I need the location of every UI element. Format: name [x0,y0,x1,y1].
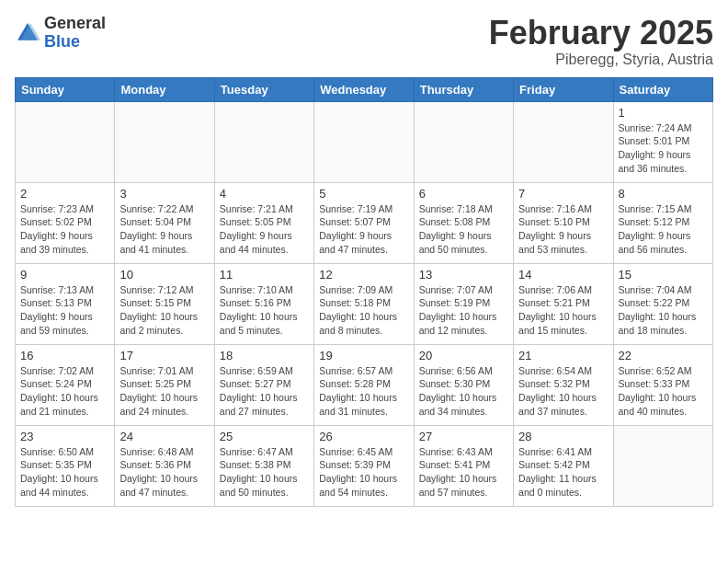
calendar-day-cell: 7Sunrise: 7:16 AM Sunset: 5:10 PM Daylig… [514,182,613,263]
day-info: Sunrise: 7:22 AM Sunset: 5:04 PM Dayligh… [119,202,209,257]
day-number: 12 [319,268,408,282]
calendar-day-cell: 13Sunrise: 7:07 AM Sunset: 5:19 PM Dayli… [414,263,513,344]
day-info: Sunrise: 7:02 AM Sunset: 5:24 PM Dayligh… [20,364,109,419]
calendar-table: Sunday Monday Tuesday Wednesday Thursday… [15,77,713,507]
day-info: Sunrise: 6:50 AM Sunset: 5:35 PM Dayligh… [20,445,109,500]
day-number: 14 [518,268,608,282]
day-info: Sunrise: 6:52 AM Sunset: 5:33 PM Dayligh… [619,364,708,419]
calendar-day-cell: 25Sunrise: 6:47 AM Sunset: 5:38 PM Dayli… [214,425,313,506]
calendar-week-row: 16Sunrise: 7:02 AM Sunset: 5:24 PM Dayli… [16,344,713,425]
day-info: Sunrise: 7:01 AM Sunset: 5:25 PM Dayligh… [119,364,209,419]
col-friday: Friday [514,77,613,101]
calendar-week-row: 1Sunrise: 7:24 AM Sunset: 5:01 PM Daylig… [16,101,713,182]
day-number: 20 [419,349,508,362]
col-tuesday: Tuesday [214,77,313,101]
col-wednesday: Wednesday [314,77,414,101]
day-info: Sunrise: 7:06 AM Sunset: 5:21 PM Dayligh… [518,283,608,338]
logo-blue-text: Blue [44,32,80,51]
calendar-day-cell: 10Sunrise: 7:12 AM Sunset: 5:15 PM Dayli… [115,263,214,344]
day-number: 5 [319,187,408,201]
day-number: 17 [119,349,209,362]
day-info: Sunrise: 7:04 AM Sunset: 5:22 PM Dayligh… [619,283,708,338]
day-info: Sunrise: 7:12 AM Sunset: 5:15 PM Dayligh… [119,283,209,338]
logo: General Blue [15,15,106,52]
day-info: Sunrise: 7:16 AM Sunset: 5:10 PM Dayligh… [518,202,608,257]
calendar-day-cell [314,101,414,182]
day-info: Sunrise: 7:09 AM Sunset: 5:18 PM Dayligh… [319,283,408,338]
title-block: February 2025 Piberegg, Styria, Austria [489,15,713,68]
day-info: Sunrise: 6:47 AM Sunset: 5:38 PM Dayligh… [220,445,309,500]
col-saturday: Saturday [613,77,712,101]
calendar-day-cell: 28Sunrise: 6:41 AM Sunset: 5:42 PM Dayli… [514,425,613,506]
day-number: 21 [518,349,608,362]
calendar-day-cell: 1Sunrise: 7:24 AM Sunset: 5:01 PM Daylig… [613,101,712,182]
day-number: 6 [419,187,508,201]
day-info: Sunrise: 7:07 AM Sunset: 5:19 PM Dayligh… [419,283,508,338]
day-info: Sunrise: 7:23 AM Sunset: 5:02 PM Dayligh… [20,202,109,257]
calendar-day-cell: 12Sunrise: 7:09 AM Sunset: 5:18 PM Dayli… [314,263,414,344]
calendar-day-cell: 11Sunrise: 7:10 AM Sunset: 5:16 PM Dayli… [214,263,313,344]
day-number: 7 [518,187,608,201]
day-info: Sunrise: 7:10 AM Sunset: 5:16 PM Dayligh… [220,283,309,338]
logo-icon [15,20,40,46]
calendar-week-row: 9Sunrise: 7:13 AM Sunset: 5:13 PM Daylig… [16,263,713,344]
calendar-day-cell: 21Sunrise: 6:54 AM Sunset: 5:32 PM Dayli… [514,344,613,425]
day-number: 24 [119,430,209,443]
day-info: Sunrise: 6:45 AM Sunset: 5:39 PM Dayligh… [319,445,408,500]
day-number: 26 [319,430,408,443]
calendar-day-cell: 5Sunrise: 7:19 AM Sunset: 5:07 PM Daylig… [314,182,414,263]
day-number: 23 [20,430,109,443]
calendar-header-row: Sunday Monday Tuesday Wednesday Thursday… [16,77,713,101]
day-number: 13 [419,268,508,282]
page-header: General Blue February 2025 Piberegg, Sty… [15,15,713,68]
day-info: Sunrise: 7:24 AM Sunset: 5:01 PM Dayligh… [619,121,708,176]
calendar-day-cell: 22Sunrise: 6:52 AM Sunset: 5:33 PM Dayli… [613,344,712,425]
calendar-day-cell: 27Sunrise: 6:43 AM Sunset: 5:41 PM Dayli… [414,425,513,506]
day-number: 10 [119,268,209,282]
day-info: Sunrise: 6:57 AM Sunset: 5:28 PM Dayligh… [319,364,408,419]
calendar-day-cell [16,101,115,182]
day-info: Sunrise: 7:15 AM Sunset: 5:12 PM Dayligh… [619,202,708,257]
calendar-day-cell: 20Sunrise: 6:56 AM Sunset: 5:30 PM Dayli… [414,344,513,425]
logo-general-text: General [44,14,106,32]
day-info: Sunrise: 6:54 AM Sunset: 5:32 PM Dayligh… [518,364,608,419]
day-number: 18 [220,349,309,362]
day-number: 28 [518,430,608,443]
calendar-day-cell: 17Sunrise: 7:01 AM Sunset: 5:25 PM Dayli… [115,344,214,425]
calendar-day-cell [613,425,712,506]
day-number: 19 [319,349,408,362]
calendar-day-cell: 2Sunrise: 7:23 AM Sunset: 5:02 PM Daylig… [16,182,115,263]
day-info: Sunrise: 6:41 AM Sunset: 5:42 PM Dayligh… [518,445,608,500]
day-number: 8 [619,187,708,201]
day-info: Sunrise: 7:21 AM Sunset: 5:05 PM Dayligh… [220,202,309,257]
day-number: 11 [220,268,309,282]
day-number: 3 [119,187,209,201]
calendar-day-cell: 16Sunrise: 7:02 AM Sunset: 5:24 PM Dayli… [16,344,115,425]
location-subtitle: Piberegg, Styria, Austria [489,52,713,68]
day-info: Sunrise: 6:56 AM Sunset: 5:30 PM Dayligh… [419,364,508,419]
day-number: 25 [220,430,309,443]
day-number: 2 [20,187,109,201]
day-info: Sunrise: 7:13 AM Sunset: 5:13 PM Dayligh… [20,283,109,338]
calendar-day-cell [115,101,214,182]
day-info: Sunrise: 6:59 AM Sunset: 5:27 PM Dayligh… [220,364,309,419]
calendar-day-cell [214,101,313,182]
day-number: 9 [20,268,109,282]
calendar-day-cell: 3Sunrise: 7:22 AM Sunset: 5:04 PM Daylig… [115,182,214,263]
day-info: Sunrise: 7:19 AM Sunset: 5:07 PM Dayligh… [319,202,408,257]
calendar-day-cell: 9Sunrise: 7:13 AM Sunset: 5:13 PM Daylig… [16,263,115,344]
col-sunday: Sunday [16,77,115,101]
day-number: 4 [220,187,309,201]
calendar-day-cell: 23Sunrise: 6:50 AM Sunset: 5:35 PM Dayli… [16,425,115,506]
day-number: 22 [619,349,708,362]
calendar-day-cell [514,101,613,182]
calendar-day-cell: 8Sunrise: 7:15 AM Sunset: 5:12 PM Daylig… [613,182,712,263]
day-number: 15 [619,268,708,282]
month-year-title: February 2025 [489,15,713,52]
col-thursday: Thursday [414,77,513,101]
calendar-day-cell: 4Sunrise: 7:21 AM Sunset: 5:05 PM Daylig… [214,182,313,263]
calendar-day-cell: 6Sunrise: 7:18 AM Sunset: 5:08 PM Daylig… [414,182,513,263]
calendar-day-cell: 24Sunrise: 6:48 AM Sunset: 5:36 PM Dayli… [115,425,214,506]
calendar-day-cell: 18Sunrise: 6:59 AM Sunset: 5:27 PM Dayli… [214,344,313,425]
calendar-week-row: 2Sunrise: 7:23 AM Sunset: 5:02 PM Daylig… [16,182,713,263]
